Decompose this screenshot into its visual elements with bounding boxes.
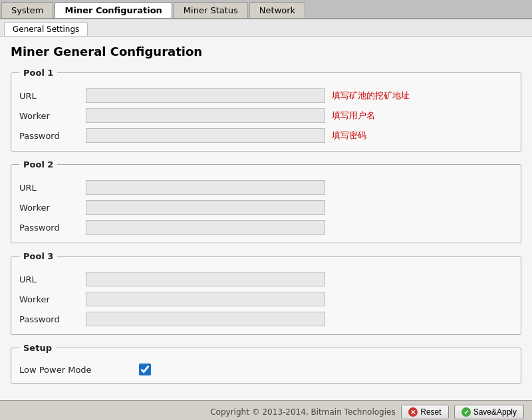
pool3-url-row: URL: [19, 272, 513, 286]
low-power-mode-checkbox[interactable]: [139, 364, 151, 375]
low-power-mode-label: Low Power Mode: [19, 365, 139, 375]
pool2-url-input[interactable]: [86, 180, 325, 195]
tab-system[interactable]: System: [1, 2, 53, 18]
pool3-legend: Pool 3: [19, 251, 57, 261]
main-content: Miner General Configuration Pool 1 URL 填…: [0, 37, 532, 400]
tab-miner-configuration[interactable]: Miner Configuration: [55, 2, 172, 18]
reset-label: Reset: [420, 407, 441, 417]
low-power-mode-row: Low Power Mode: [19, 364, 513, 375]
setup-legend: Setup: [19, 343, 56, 353]
pool1-worker-hint: 填写用户名: [332, 110, 375, 122]
sub-tab-bar: General Settings: [0, 19, 532, 37]
pool2-password-input[interactable]: [86, 220, 325, 235]
footer: Copyright © 2013-2014, Bitmain Technolog…: [0, 400, 532, 420]
pool1-legend: Pool 1: [19, 68, 57, 78]
pool3-fieldset: Pool 3 URL Worker Password: [11, 251, 521, 335]
footer-copyright: Copyright © 2013-2014, Bitmain Technolog…: [205, 407, 402, 417]
pool3-worker-row: Worker: [19, 292, 513, 306]
tab-network[interactable]: Network: [249, 2, 305, 18]
tab-bar: System Miner Configuration Miner Status …: [0, 0, 532, 19]
pool1-password-hint: 填写密码: [332, 130, 366, 142]
pool1-url-label: URL: [19, 91, 86, 101]
pool1-password-input[interactable]: [86, 128, 325, 143]
pool1-url-hint: 填写矿池的挖矿地址: [332, 90, 410, 102]
pool1-worker-label: Worker: [19, 111, 86, 121]
reset-button[interactable]: ✕ Reset: [401, 405, 448, 419]
pool3-worker-input[interactable]: [86, 292, 325, 306]
pool1-url-row: URL 填写矿池的挖矿地址: [19, 88, 513, 103]
sub-tab-general-settings[interactable]: General Settings: [4, 22, 88, 36]
pool2-legend: Pool 2: [19, 159, 57, 169]
setup-fieldset: Setup Low Power Mode: [11, 343, 521, 384]
pool2-url-row: URL: [19, 180, 513, 195]
pool2-worker-label: Worker: [19, 203, 86, 213]
pool3-password-row: Password: [19, 312, 513, 326]
page-title: Miner General Configuration: [11, 45, 521, 58]
pool1-password-label: Password: [19, 131, 86, 141]
pool2-worker-row: Worker: [19, 200, 513, 215]
pool1-url-input[interactable]: [86, 88, 325, 103]
pool1-fieldset: Pool 1 URL 填写矿池的挖矿地址 Worker 填写用户名 Passwo…: [11, 68, 521, 152]
pool2-fieldset: Pool 2 URL Worker Password: [11, 159, 521, 243]
save-label: Save&Apply: [473, 407, 517, 417]
footer-buttons: ✕ Reset ✓ Save&Apply: [401, 405, 524, 419]
pool2-url-label: URL: [19, 183, 86, 193]
pool1-password-row: Password 填写密码: [19, 128, 513, 143]
reset-icon: ✕: [408, 407, 418, 417]
pool1-worker-input[interactable]: [86, 108, 325, 123]
pool2-password-label: Password: [19, 223, 86, 233]
save-apply-button[interactable]: ✓ Save&Apply: [454, 405, 524, 419]
pool3-url-input[interactable]: [86, 272, 325, 286]
pool1-worker-row: Worker 填写用户名: [19, 108, 513, 123]
pool3-password-label: Password: [19, 314, 86, 324]
pool2-password-row: Password: [19, 220, 513, 235]
pool3-password-input[interactable]: [86, 312, 325, 326]
pool2-worker-input[interactable]: [86, 200, 325, 215]
pool3-worker-label: Worker: [19, 294, 86, 304]
pool3-url-label: URL: [19, 274, 86, 284]
save-icon: ✓: [462, 407, 471, 417]
content-area: General Settings Miner General Configura…: [0, 19, 532, 400]
tab-miner-status[interactable]: Miner Status: [174, 2, 248, 18]
